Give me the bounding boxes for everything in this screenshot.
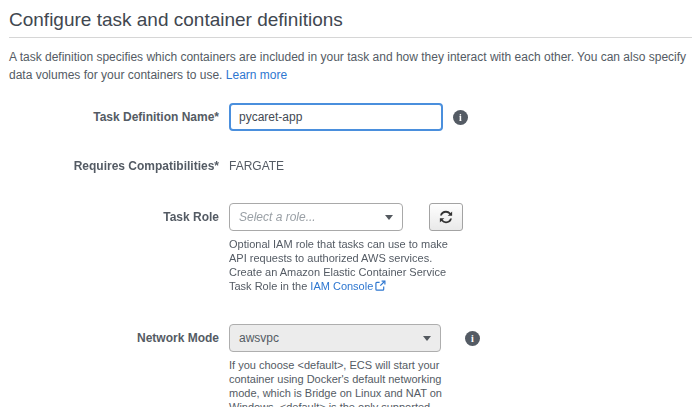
task-role-select[interactable]: Select a role... <box>229 203 403 231</box>
task-definition-name-label: Task Definition Name* <box>9 103 229 125</box>
refresh-icon <box>439 210 453 224</box>
task-role-control-line: Select a role... <box>229 203 463 231</box>
task-role-placeholder: Select a role... <box>239 210 379 224</box>
info-icon[interactable]: i <box>465 331 480 346</box>
network-mode-select[interactable]: awsvpc <box>229 324 441 352</box>
iam-console-link[interactable]: IAM Console <box>310 280 386 292</box>
configure-task-page: Configure task and container definitions… <box>0 0 700 407</box>
task-definition-name-row: Task Definition Name* i <box>9 103 692 131</box>
requires-compatibilities-row: Requires Compatibilities* FARGATE <box>9 159 692 174</box>
network-mode-label: Network Mode <box>9 324 229 346</box>
task-role-help-text: Optional IAM role that tasks can use to … <box>229 237 457 294</box>
requires-compatibilities-label: Requires Compatibilities* <box>9 159 229 174</box>
refresh-button[interactable] <box>429 203 463 231</box>
network-mode-help-text: If you choose <default>, ECS will start … <box>229 358 457 407</box>
external-link-icon <box>375 281 386 293</box>
iam-console-link-label: IAM Console <box>310 280 373 292</box>
task-definition-name-control <box>229 103 443 131</box>
info-icon[interactable]: i <box>453 110 468 125</box>
page-title: Configure task and container definitions <box>9 9 692 30</box>
learn-more-link[interactable]: Learn more <box>226 68 287 82</box>
chevron-down-icon <box>385 215 393 220</box>
description-text: A task definition specifies which contai… <box>9 50 686 82</box>
title-divider <box>9 37 692 38</box>
requires-compatibilities-value: FARGATE <box>229 159 284 174</box>
page-description: A task definition specifies which contai… <box>9 48 687 84</box>
task-definition-name-input[interactable] <box>229 103 443 131</box>
task-role-row: Task Role Select a role... Optional IAM <box>9 203 692 294</box>
network-mode-value: awsvpc <box>239 331 417 345</box>
task-role-control: Select a role... Optional IAM role that … <box>229 203 463 294</box>
chevron-down-icon <box>423 336 431 341</box>
network-mode-control: awsvpc If you choose <default>, ECS will… <box>229 324 457 407</box>
task-role-label: Task Role <box>9 203 229 225</box>
network-mode-row: Network Mode awsvpc If you choose <defau… <box>9 324 692 407</box>
